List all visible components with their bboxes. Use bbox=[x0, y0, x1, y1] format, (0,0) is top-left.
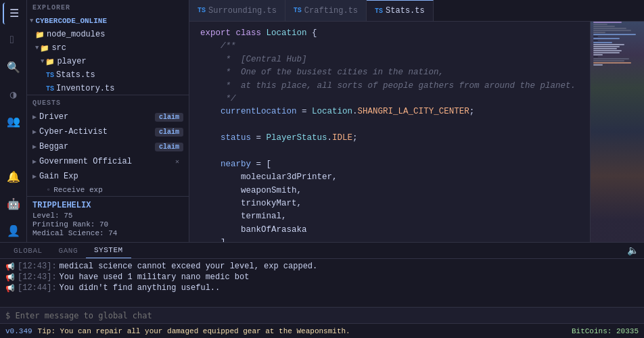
tree-inventory-ts[interactable]: TS Inventory.ts bbox=[27, 82, 189, 95]
message-2: 📢 [12:43]: You have used 1 military nano… bbox=[5, 272, 639, 282]
quests-section: QUESTS ▶ Driver claim ▶ Cyber-Activist c… bbox=[27, 95, 189, 196]
quest-gain-exp[interactable]: ▶ Gain Exp bbox=[27, 169, 189, 184]
tree-stats-ts[interactable]: TS Stats.ts bbox=[27, 68, 189, 82]
git-icon[interactable]:  bbox=[3, 30, 24, 51]
minimap[interactable] bbox=[590, 22, 644, 242]
tree-root[interactable]: ▼ CYBERCODE_ONLINE bbox=[27, 14, 189, 28]
player-info: TRIPPLEHELIX Level: 75 Printing Rank: 70… bbox=[27, 196, 189, 242]
quest-beggar[interactable]: ▶ Beggar claim bbox=[27, 139, 189, 154]
tab-system[interactable]: SYSTEM bbox=[86, 243, 131, 258]
folder-icon: 📁 bbox=[35, 30, 45, 39]
tab-ts-icon: TS bbox=[198, 7, 206, 14]
tab-gang[interactable]: GANG bbox=[51, 243, 86, 258]
player-level: Level: 75 bbox=[32, 212, 183, 220]
status-left: v0.349 Tip: You can repair all your dama… bbox=[5, 327, 566, 335]
quests-title: QUESTS bbox=[27, 95, 189, 110]
quest-government-official-close[interactable]: ✕ bbox=[171, 157, 183, 166]
main-area: ☰  🔍 ◑ 👥 🔔 🤖 👤 EXPLORER ▼ CYBERCODE_ONL… bbox=[0, 0, 644, 242]
chat-input[interactable] bbox=[0, 307, 644, 323]
quest-arrow-icon: ▶ bbox=[32, 172, 37, 180]
tab-crafting[interactable]: TS Crafting.ts bbox=[285, 0, 367, 21]
quest-arrow-icon: ▶ bbox=[32, 113, 37, 121]
msg-icon-3: 📢 bbox=[5, 284, 15, 293]
minimap-lines bbox=[593, 22, 641, 242]
bitcoin-count: BitCoins: 20335 bbox=[572, 327, 639, 335]
quest-driver-badge[interactable]: claim bbox=[155, 113, 183, 122]
quest-cyber-activist[interactable]: ▶ Cyber-Activist claim bbox=[27, 124, 189, 139]
quest-arrow-icon: ▶ bbox=[32, 128, 37, 136]
quest-beggar-badge[interactable]: claim bbox=[155, 143, 183, 151]
version-label: v0.349 bbox=[5, 327, 32, 335]
status-bar: v0.349 Tip: You can repair all your dama… bbox=[0, 323, 644, 338]
tab-bar: TS Surrounding.ts TS Crafting.ts TS Stat… bbox=[189, 0, 644, 22]
panel-messages: 📢 [12:43]: medical science cannot exceed… bbox=[0, 259, 644, 307]
code-pre: export class Location { /** * [Central H… bbox=[200, 27, 590, 242]
msg-icon-2: 📢 bbox=[5, 273, 15, 282]
person-icon[interactable]: 👤 bbox=[3, 220, 24, 242]
dot-icon: ◦ bbox=[46, 185, 51, 195]
quest-government-official[interactable]: ▶ Government Official ✕ bbox=[27, 154, 189, 169]
explorer-icon[interactable]: ☰ bbox=[3, 3, 24, 24]
editor-area: TS Surrounding.ts TS Crafting.ts TS Stat… bbox=[189, 0, 644, 242]
tab-ts-icon: TS bbox=[375, 7, 383, 15]
activity-bar: ☰  🔍 ◑ 👥 🔔 🤖 👤 bbox=[0, 0, 27, 242]
tab-surrounding[interactable]: TS Surrounding.ts bbox=[189, 0, 285, 21]
user-group-icon[interactable]: 👥 bbox=[3, 111, 24, 132]
quest-driver[interactable]: ▶ Driver claim bbox=[27, 110, 189, 124]
quest-gain-exp-sub: ◦ Receive exp bbox=[27, 184, 189, 196]
tab-ts-icon: TS bbox=[294, 7, 302, 14]
quest-arrow-icon: ▶ bbox=[32, 143, 37, 151]
panel-tabs: GLOBAL GANG SYSTEM 🔈 bbox=[0, 243, 644, 259]
quest-arrow-icon: ▶ bbox=[32, 158, 37, 166]
player-name: TRIPPLEHELIX bbox=[32, 201, 183, 210]
message-3: 📢 [12:44]: You didn't find anything usef… bbox=[5, 283, 639, 293]
bell-icon[interactable]: 🔔 bbox=[3, 166, 24, 188]
file-tree: ▼ CYBERCODE_ONLINE 📁 node_modules ▼ 📁 sr… bbox=[27, 14, 189, 95]
tree-node-modules[interactable]: 📁 node_modules bbox=[27, 28, 189, 41]
src-folder-icon: 📁 bbox=[40, 44, 49, 53]
message-1: 📢 [12:43]: medical science cannot exceed… bbox=[5, 262, 639, 271]
code-editor: export class Location { /** * [Central H… bbox=[189, 22, 644, 242]
status-tip: Tip: You can repair all your damaged equ… bbox=[38, 327, 350, 335]
ts-icon: TS bbox=[46, 72, 54, 79]
quest-cyber-activist-badge[interactable]: claim bbox=[155, 128, 183, 137]
msg-icon-1: 📢 bbox=[5, 262, 15, 271]
bottom-panel: GLOBAL GANG SYSTEM 🔈 📢 [12:43]: medical … bbox=[0, 242, 644, 323]
tree-src[interactable]: ▼ 📁 src bbox=[27, 41, 189, 55]
explorer-title: EXPLORER bbox=[27, 0, 189, 14]
tree-player[interactable]: ▼ 📁 player bbox=[27, 55, 189, 68]
minimap-canvas bbox=[591, 22, 644, 242]
extensions-icon[interactable]: ◑ bbox=[3, 84, 24, 105]
volume-icon[interactable]: 🔈 bbox=[627, 243, 639, 258]
search-icon[interactable]: 🔍 bbox=[3, 57, 24, 78]
code-content[interactable]: export class Location { /** * [Central H… bbox=[189, 22, 590, 242]
player-medical-science: Medical Science: 74 bbox=[32, 229, 183, 237]
player-folder-icon: 📁 bbox=[45, 57, 55, 66]
tab-global[interactable]: GLOBAL bbox=[5, 243, 51, 258]
robot-icon[interactable]: 🤖 bbox=[3, 193, 24, 215]
player-printing-rank: Printing Rank: 70 bbox=[32, 220, 183, 228]
sidebar: EXPLORER ▼ CYBERCODE_ONLINE 📁 node_modul… bbox=[27, 0, 189, 242]
ts-icon: TS bbox=[46, 85, 54, 93]
tab-stats[interactable]: TS Stats.ts bbox=[367, 0, 434, 21]
